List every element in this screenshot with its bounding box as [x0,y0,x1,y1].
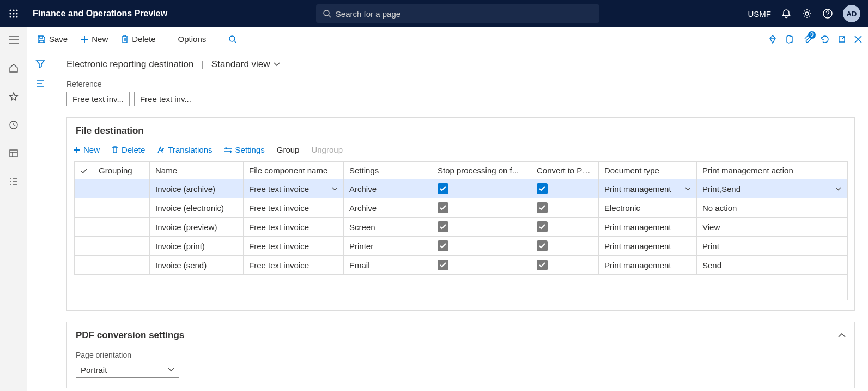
checkbox[interactable] [537,240,548,251]
cell-stop[interactable] [432,218,531,237]
global-search[interactable]: Search for a page [316,4,599,23]
col-settings[interactable]: Settings [344,162,432,179]
cell-convert[interactable] [531,218,599,237]
related-icon[interactable] [35,80,45,87]
cell-name[interactable]: Invoice (archive) [150,179,244,198]
row-selector[interactable] [75,179,93,198]
cell-doctype[interactable]: Print management [599,179,697,198]
attachments-button[interactable]: 0 [803,34,812,44]
refresh-icon[interactable] [820,34,830,44]
cell-component[interactable]: Free text invoice [244,256,344,275]
close-icon[interactable] [854,35,863,44]
col-component[interactable]: File component name [244,162,344,179]
funnel-icon[interactable] [35,59,45,69]
checkbox[interactable] [537,221,548,232]
cell-settings[interactable]: Archive [344,198,432,218]
col-grouping[interactable]: Grouping [93,162,150,179]
view-selector[interactable]: Standard view [211,59,280,70]
cell-grouping[interactable] [93,218,150,237]
cell-component[interactable]: Free text invoice [244,179,344,198]
cell-action[interactable]: Send [697,256,847,275]
col-stop[interactable]: Stop processing on f... [432,162,531,179]
cell-convert[interactable] [531,198,599,218]
cell-action[interactable]: Print,Send [697,179,847,198]
grid-delete-button[interactable]: Delete [112,145,145,154]
action-search-button[interactable] [224,33,241,46]
cell-name[interactable]: Invoice (send) [150,256,244,275]
col-action[interactable]: Print management action [697,162,847,179]
translations-button[interactable]: Translations [157,145,212,154]
avatar[interactable]: AD [843,5,860,22]
app-launcher-icon[interactable] [0,0,27,27]
cell-component[interactable]: Free text invoice [244,198,344,218]
row-selector[interactable] [75,256,93,275]
workspace-icon[interactable] [3,144,25,163]
cell-grouping[interactable] [93,237,150,256]
recent-icon[interactable] [3,116,25,134]
table-row[interactable]: Invoice (preview)Free text invoiceScreen… [75,218,847,237]
company-picker[interactable]: USMF [748,9,772,19]
cell-action[interactable]: No action [697,198,847,218]
diamond-icon[interactable] [768,34,778,44]
cell-grouping[interactable] [93,198,150,218]
cell-name[interactable]: Invoice (print) [150,237,244,256]
cell-stop[interactable] [432,237,531,256]
save-button[interactable]: Save [33,32,72,46]
reference-chip[interactable]: Free text inv... [66,92,130,106]
table-row[interactable]: Invoice (electronic)Free text invoiceArc… [75,198,847,218]
cell-component[interactable]: Free text invoice [244,218,344,237]
cell-action[interactable]: Print [697,237,847,256]
cell-component[interactable]: Free text invoice [244,237,344,256]
new-button[interactable]: New [76,32,112,46]
cell-doctype[interactable]: Print management [599,237,697,256]
pdf-settings-header[interactable]: PDF conversion settings [67,322,854,345]
star-icon[interactable] [3,87,25,106]
cell-name[interactable]: Invoice (electronic) [150,198,244,218]
checkbox[interactable] [438,183,448,194]
checkbox[interactable] [438,202,448,213]
cell-settings[interactable]: Archive [344,179,432,198]
cell-settings[interactable]: Printer [344,237,432,256]
cell-convert[interactable] [531,256,599,275]
checkbox[interactable] [537,183,548,194]
checkbox[interactable] [438,240,448,251]
reference-chip[interactable]: Free text inv... [134,92,197,106]
cell-grouping[interactable] [93,256,150,275]
cell-stop[interactable] [432,179,531,198]
gear-icon[interactable] [802,8,812,19]
row-selector[interactable] [75,218,93,237]
checkbox[interactable] [438,260,448,270]
col-convert[interactable]: Convert to PDF [531,162,599,179]
cell-grouping[interactable] [93,179,150,198]
options-button[interactable]: Options [174,32,211,46]
checkbox[interactable] [537,260,548,270]
table-row[interactable]: Invoice (print)Free text invoicePrinterP… [75,237,847,256]
grid-settings-button[interactable]: Settings [224,145,265,154]
help-icon[interactable] [822,8,833,19]
col-name[interactable]: Name [150,162,244,179]
cell-doctype[interactable]: Electronic [599,198,697,218]
cell-convert[interactable] [531,179,599,198]
popout-icon[interactable] [837,35,846,44]
cell-convert[interactable] [531,237,599,256]
cell-settings[interactable]: Email [344,256,432,275]
cell-stop[interactable] [432,198,531,218]
delete-button[interactable]: Delete [117,32,160,46]
row-selector[interactable] [75,198,93,218]
checkbox[interactable] [438,221,448,232]
cell-doctype[interactable]: Print management [599,218,697,237]
row-selector[interactable] [75,237,93,256]
cell-name[interactable]: Invoice (preview) [150,218,244,237]
cell-stop[interactable] [432,256,531,275]
group-button[interactable]: Group [277,145,300,154]
table-row[interactable]: Invoice (send)Free text invoiceEmailPrin… [75,256,847,275]
hamburger-icon[interactable] [3,31,25,49]
home-icon[interactable] [3,59,25,77]
bell-icon[interactable] [781,8,792,19]
orientation-select[interactable]: Portrait [76,362,179,378]
cell-settings[interactable]: Screen [344,218,432,237]
grid-new-button[interactable]: New [74,145,100,154]
modules-icon[interactable] [3,172,25,191]
cell-doctype[interactable]: Print management [599,256,697,275]
table-row[interactable]: Invoice (archive)Free text invoiceArchiv… [75,179,847,198]
